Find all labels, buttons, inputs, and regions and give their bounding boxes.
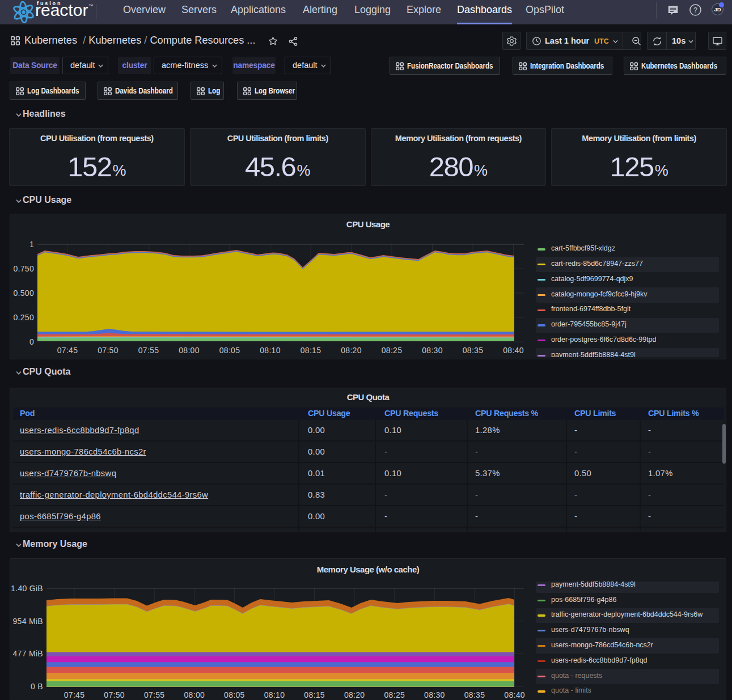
svg-text:?: ? <box>693 6 697 14</box>
